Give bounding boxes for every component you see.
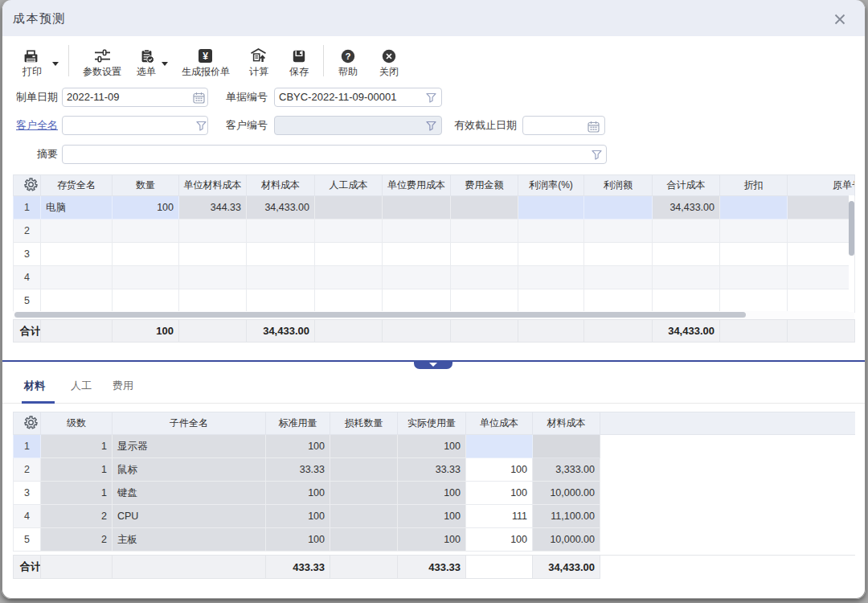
svg-text:?: ? — [345, 51, 350, 61]
svg-text:¥: ¥ — [203, 51, 208, 62]
